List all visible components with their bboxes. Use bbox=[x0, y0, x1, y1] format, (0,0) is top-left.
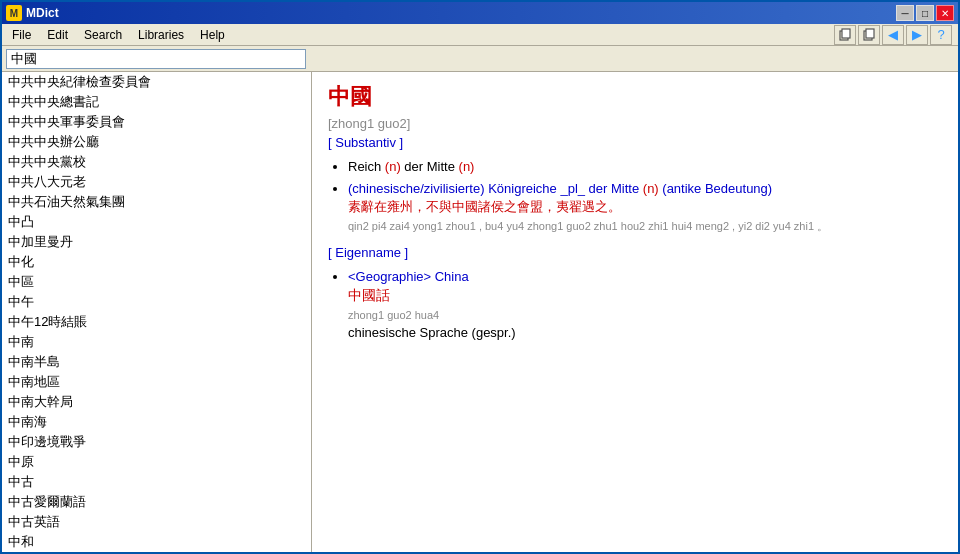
main-content: 中共中央紀律檢查委員會 中共中央總書記 中共中央軍事委員會 中共中央辦公廳 中共… bbox=[2, 72, 958, 552]
list-item[interactable]: 中化 bbox=[2, 252, 311, 272]
entry-pinyin: [zhong1 guo2] bbox=[328, 116, 942, 131]
entry-tag-eigenname: [ Eigenname ] bbox=[328, 245, 942, 260]
svg-rect-3 bbox=[866, 29, 874, 38]
list-item[interactable]: 中南地區 bbox=[2, 372, 311, 392]
menu-help[interactable]: Help bbox=[192, 26, 233, 44]
german-word: chinesische Sprache (gespr.) bbox=[348, 325, 516, 340]
list-item[interactable]: 中共八大元老 bbox=[2, 172, 311, 192]
list-item[interactable]: 中共中央黨校 bbox=[2, 152, 311, 172]
minimize-button[interactable]: ─ bbox=[896, 5, 914, 21]
list-item[interactable]: 中凸 bbox=[2, 212, 311, 232]
list-item[interactable]: 中共中央辦公廳 bbox=[2, 132, 311, 152]
toolbar-copy-btn[interactable] bbox=[834, 25, 856, 45]
eigenname-def: <Geographie> China bbox=[348, 269, 469, 284]
menu-file[interactable]: File bbox=[4, 26, 39, 44]
entry-def-1: Reich (n) der Mitte (n) bbox=[348, 158, 942, 176]
list-item[interactable]: 中印邊境戰爭 bbox=[2, 432, 311, 452]
toolbar-help-btn[interactable]: ? bbox=[930, 25, 952, 45]
svg-rect-1 bbox=[842, 29, 850, 38]
maximize-button[interactable]: □ bbox=[916, 5, 934, 21]
search-input[interactable] bbox=[6, 49, 306, 69]
entry-eigenname-list: <Geographie> China 中國話 zhong1 guo2 hua4 … bbox=[348, 268, 942, 342]
toolbar-paste-btn[interactable] bbox=[858, 25, 880, 45]
entry-definitions: Reich (n) der Mitte (n) (chinesische/ziv… bbox=[348, 158, 942, 235]
menu-edit[interactable]: Edit bbox=[39, 26, 76, 44]
left-panel: 中共中央紀律檢查委員會 中共中央總書記 中共中央軍事委員會 中共中央辦公廳 中共… bbox=[2, 72, 312, 552]
menubar: File Edit Search Libraries Help ◀ ▶ ? bbox=[2, 24, 958, 46]
main-window: M MDict ─ □ ✕ File Edit Search Libraries… bbox=[0, 0, 960, 554]
menu-search[interactable]: Search bbox=[76, 26, 130, 44]
entry-tag-substantiv: [ Substantiv ] bbox=[328, 135, 942, 150]
menu-libraries[interactable]: Libraries bbox=[130, 26, 192, 44]
right-panel: 中國 [zhong1 guo2] [ Substantiv ] Reich (n… bbox=[312, 72, 958, 552]
list-item[interactable]: 中古 bbox=[2, 472, 311, 492]
entry-def-2: (chinesische/zivilisierte) Königreiche _… bbox=[348, 180, 942, 235]
toolbar-forward-btn[interactable]: ▶ bbox=[906, 25, 928, 45]
list-item[interactable]: 中共中央總書記 bbox=[2, 92, 311, 112]
list-item[interactable]: 中共石油天然氣集團 bbox=[2, 192, 311, 212]
window-title: MDict bbox=[26, 6, 59, 20]
chinese-example: 素辭在雍州，不與中國諸侯之會盟，夷翟遇之。 bbox=[348, 199, 621, 214]
pinyin-example: qin2 pi4 zai4 yong1 zhou1 , bu4 yu4 zhon… bbox=[348, 220, 828, 232]
app-icon: M bbox=[6, 5, 22, 21]
list-item[interactable]: 中南半島 bbox=[2, 352, 311, 372]
list-item[interactable]: 中區 bbox=[2, 272, 311, 292]
list-item[interactable]: 中古愛爾蘭語 bbox=[2, 492, 311, 512]
titlebar-buttons: ─ □ ✕ bbox=[896, 5, 954, 21]
chinese-word: 中國話 bbox=[348, 287, 390, 303]
entry-eigenname-item: <Geographie> China 中國話 zhong1 guo2 hua4 … bbox=[348, 268, 942, 342]
titlebar-left: M MDict bbox=[6, 5, 59, 21]
list-item[interactable]: 中午 bbox=[2, 292, 311, 312]
list-item[interactable]: 中和 bbox=[2, 532, 311, 552]
list-item[interactable]: 中南大幹局 bbox=[2, 392, 311, 412]
close-button[interactable]: ✕ bbox=[936, 5, 954, 21]
list-item[interactable]: 中共中央紀律檢查委員會 bbox=[2, 72, 311, 92]
search-bar bbox=[2, 46, 958, 72]
list-item[interactable]: 中南海 bbox=[2, 412, 311, 432]
list-item[interactable]: 中共中央軍事委員會 bbox=[2, 112, 311, 132]
list-item[interactable]: 中古英語 bbox=[2, 512, 311, 532]
toolbar-back-btn[interactable]: ◀ bbox=[882, 25, 904, 45]
list-item[interactable]: 中南 bbox=[2, 332, 311, 352]
section-break: [ Eigenname ] <Geographie> China 中國話 zho… bbox=[328, 245, 942, 342]
titlebar: M MDict ─ □ ✕ bbox=[2, 2, 958, 24]
list-item[interactable]: 中午12時結賬 bbox=[2, 312, 311, 332]
list-item[interactable]: 中原 bbox=[2, 452, 311, 472]
pinyin-word: zhong1 guo2 hua4 bbox=[348, 309, 439, 321]
list-item[interactable]: 中加里曼丹 bbox=[2, 232, 311, 252]
word-list[interactable]: 中共中央紀律檢查委員會 中共中央總書記 中共中央軍事委員會 中共中央辦公廳 中共… bbox=[2, 72, 311, 552]
entry-title: 中國 bbox=[328, 82, 942, 112]
